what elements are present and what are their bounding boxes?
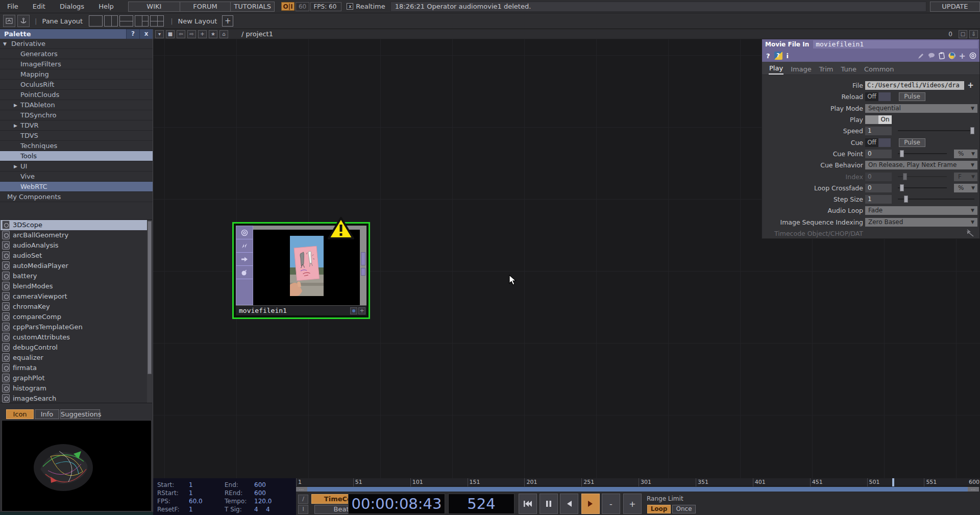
node-expand-icon[interactable]: + [358,307,365,314]
tree-item-techniques[interactable]: Techniques [0,141,153,151]
component-item-equalizer[interactable]: equalizer [1,353,152,363]
node-warning-icon[interactable] [327,216,355,240]
operator-name-field[interactable]: moviefilein1 [813,40,978,48]
menu-help[interactable]: Help [91,3,121,10]
tree-item-imagefilters[interactable]: ImageFilters [0,59,153,69]
pause-button[interactable] [540,494,558,514]
maximize-pane-icon[interactable] [3,15,15,27]
loop-crossfade-slider[interactable] [898,187,947,188]
component-item-cameraviewport[interactable]: cameraViewport [1,291,152,302]
bookmark-star-icon[interactable]: ★ [209,30,217,38]
tree-item-pointclouds[interactable]: PointClouds [0,90,153,100]
tree-item-generators[interactable]: Generators [0,49,153,59]
comment-icon[interactable] [928,53,935,59]
node-output-connector-secondary[interactable] [361,268,365,276]
component-item-automediaplayer[interactable]: autoMediaPlayer [1,261,152,271]
pane-layout-left-right-split-button[interactable] [135,15,149,27]
timeline-setting-value[interactable]: 600 [254,481,266,488]
component-item-debugcontrol[interactable]: debugControl [1,342,152,353]
timeline-setting-value[interactable]: 4 4 [254,506,270,513]
component-item-battery[interactable]: battery [1,271,152,281]
tree-item-tdvs[interactable]: TDVS [0,131,153,141]
param-tab-image[interactable]: Image [790,64,812,75]
cue-point-field[interactable]: 0 [865,150,892,158]
node-output-connector[interactable] [361,252,365,265]
node-lock-flag-icon[interactable] [236,253,253,266]
component-item-audioanalysis[interactable]: audioAnalysis [1,240,152,251]
component-item-firmata[interactable]: firmata [1,363,152,373]
connector-arrow-icon[interactable] [965,228,975,238]
tutorials-button[interactable]: TUTORIALS [230,2,275,12]
palette-close-button[interactable]: x [139,29,153,39]
component-item-imagesearch[interactable]: imageSearch [1,394,152,403]
speed-slider[interactable] [898,130,974,131]
pane-type-dropdown-icon[interactable]: ▾ [155,30,164,38]
cue-behavior-dropdown[interactable]: On Release, Play Next Frame▼ [865,161,977,169]
node-clone-flag-icon[interactable] [236,266,253,279]
tree-item-vive[interactable]: Vive [0,171,153,182]
component-item-audioset[interactable]: audioSet [1,251,152,261]
help-icon[interactable]: ? [766,52,770,60]
home-icon[interactable]: ⌂ [219,30,228,38]
node-bypass-flag-icon[interactable] [236,239,253,253]
param-tab-play[interactable]: Play [769,63,783,75]
timeline-setting-value[interactable]: 1 [189,489,193,497]
tree-item-oculusrift[interactable]: OculusRift [0,80,153,90]
component-item-3dscope[interactable]: 3DScope [1,220,152,230]
palette-help-button[interactable]: ? [126,29,139,39]
pane-layout-hsplit-button[interactable] [119,15,133,27]
time-slash-mode-button[interactable]: / [298,495,308,504]
expand-arrow-icon[interactable]: ▶ [14,121,17,131]
realtime-toggle[interactable]: x Realtime [347,3,385,10]
node-viewer[interactable] [253,230,360,305]
timeline-setting-value[interactable]: 1 [189,506,193,513]
component-list-scrollbar-thumb[interactable] [148,221,152,374]
play-toggle[interactable]: On [878,115,892,124]
wiki-button[interactable]: WIKI [128,2,180,12]
tree-item-tdsynchro[interactable]: TDSynchro [0,110,153,120]
image-sequence-indexing-dropdown[interactable]: Zero Based▼ [865,218,977,227]
component-item-cppparstemplategen[interactable]: cppParsTemplateGen [1,322,152,332]
step-back-button[interactable]: - [602,494,620,514]
python-help-icon[interactable]: ? [774,52,782,60]
timeline-setting-value[interactable]: 60.0 [189,498,203,505]
tree-item-webrtc[interactable]: WebRTC [0,182,153,192]
component-item-histogram[interactable]: histogram [1,383,152,394]
pane-layout-quad-button[interactable] [150,15,164,27]
pane-layout-single-button[interactable] [89,15,103,27]
cue-pulse-button[interactable]: Pulse [899,138,925,147]
range-bar[interactable] [307,487,969,492]
pane-maximize-icon[interactable]: ■ [166,30,175,38]
timeline-setting-value[interactable]: 600 [254,489,266,497]
playhead[interactable] [892,478,894,486]
python-icon[interactable] [948,52,955,59]
menu-edit[interactable]: Edit [26,3,53,10]
component-item-chromakey[interactable]: chromaKey [1,302,152,312]
timeline-setting-value[interactable]: 1 [189,481,193,488]
parameter-target-icon[interactable] [969,52,976,59]
timeline-settings-panel[interactable]: Start:1End:600RStart:1REnd:600FPS:60.0Te… [153,478,296,515]
grid-snap-icon[interactable]: □ [959,30,967,38]
speed-field[interactable]: 1 [865,127,892,135]
tab-icon[interactable]: Icon [6,409,34,419]
range-start-handle[interactable]: ... [296,487,307,492]
step-size-slider[interactable] [898,199,974,200]
play-mode-dropdown[interactable]: Sequential▼ [865,104,977,113]
nav-forward-icon[interactable]: ⇨ [187,30,196,38]
timeline-setting-value[interactable]: 120.0 [254,498,272,505]
tree-item-derivative[interactable]: ▼Derivative [0,39,153,49]
once-button[interactable]: Once [672,505,696,513]
cue-point-slider[interactable] [898,153,947,154]
menu-dialogs[interactable]: Dialogs [53,3,91,10]
component-item-customattributes[interactable]: customAttributes [1,332,152,342]
tab-suggestions[interactable]: Suggestions [60,409,100,419]
timeline-ruler[interactable]: 151101151201251301351401451501551600 [296,478,980,486]
menu-file[interactable]: File [0,3,26,10]
tree-item-tools[interactable]: Tools [0,151,153,161]
node-name-label[interactable]: moviefilein1 [236,307,350,314]
skip-to-start-button[interactable] [519,494,537,514]
pane-layout-vsplit-button[interactable] [104,15,118,27]
info-icon[interactable]: i [787,52,789,60]
tree-item-ui[interactable]: ▶UI [0,161,153,171]
timeline-range-bar[interactable]: ... ... [296,486,980,493]
